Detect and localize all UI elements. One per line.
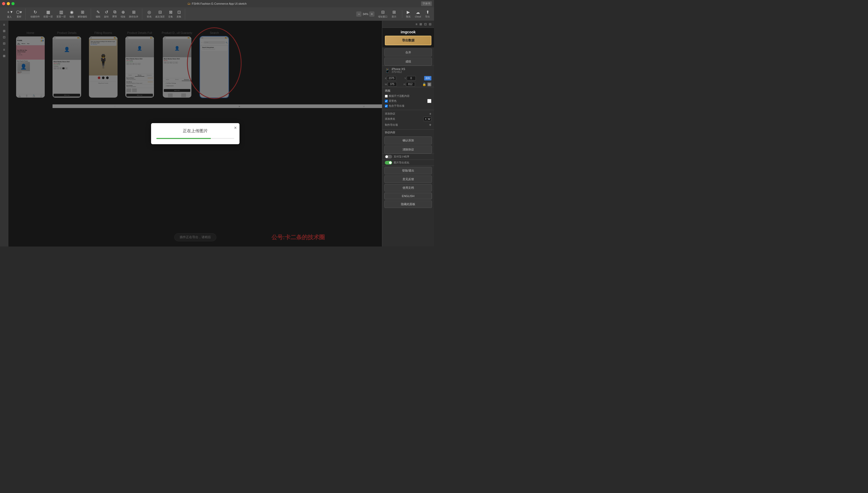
preview-icon: ▶: [407, 9, 410, 15]
left-tool-1[interactable]: ≡: [1, 22, 7, 27]
subtract-tool[interactable]: ⊟ 减去顶层: [154, 8, 166, 20]
group-btn[interactable]: 成组: [384, 58, 432, 66]
left-tool-2[interactable]: ⊞: [1, 28, 7, 34]
protocol-section: 添加协议 + 添加类名 ▾ 制作导出项 +: [382, 110, 434, 129]
image-export-toggle[interactable]: [385, 161, 392, 165]
panel-icon-4[interactable]: ⊟: [428, 22, 432, 26]
edit-icon: ✎: [96, 9, 100, 15]
forward-tool[interactable]: ▦ 前置一层: [42, 8, 54, 20]
left-toolbar: ≡ ⊞ ⊡ ⊟ ≡ ⊠: [0, 21, 8, 246]
alipay-toggle-row: 支付宝小程序: [382, 154, 434, 159]
export-tool[interactable]: ⬆ 导出: [424, 8, 431, 20]
dialog-title: 正在上传图片: [156, 128, 234, 134]
group-tool[interactable]: ◉ 编组: [68, 8, 76, 20]
x-value[interactable]: 2375: [387, 76, 396, 81]
include-export-label: 包含于导出项: [389, 104, 404, 108]
insert-tool[interactable]: ＋▾ 置入: [5, 8, 14, 20]
fit-window-icon: ⊟: [381, 9, 385, 15]
rotate-icon: ↺: [105, 9, 108, 15]
title-bar: 🗂 FSHN Fashion E-Commerce App UI.sketch …: [0, 0, 434, 7]
dialog-close-btn[interactable]: ×: [234, 125, 237, 131]
coord-row: X 2375 Y 0 适应: [382, 75, 434, 82]
progress-bar: [156, 138, 211, 139]
focus-tool[interactable]: ◎ 联焦: [145, 8, 153, 20]
h-value[interactable]: 812: [406, 82, 415, 86]
right-panel: ≡ ⊞ ⊡ ⊟ imgcook 导出数据 合并 成组 📱 iPhone XS 3…: [382, 21, 434, 246]
difference-tool[interactable]: ⊡ 差集: [175, 8, 183, 20]
w-value[interactable]: 375: [388, 82, 397, 86]
add-protocol-btn[interactable]: +: [429, 112, 431, 116]
canvas-area[interactable]: Home 9:41📶🔋 FSHN 🔔👤 Man Women Kids: [8, 21, 382, 246]
component-icon: ↻: [33, 9, 37, 15]
confirm-add-btn[interactable]: 确认添加: [384, 136, 432, 145]
alipay-toggle[interactable]: [385, 155, 392, 158]
hide-panel-btn[interactable]: 隐藏此面板: [384, 200, 432, 208]
device-size: 375×812: [392, 70, 405, 73]
zoom-tool[interactable]: ⊕ 缩放: [119, 8, 127, 20]
cloud-tool[interactable]: ☁ Cloud: [413, 9, 422, 19]
display-icon: ⊞: [392, 9, 396, 15]
path-combine-tool[interactable]: ⊞ 路径合并: [128, 8, 140, 20]
create-component-tool[interactable]: ↻ 创建控件: [29, 8, 41, 20]
display-tool[interactable]: ⊞ 显示: [390, 8, 398, 20]
zoom-decrease-btn[interactable]: −: [356, 12, 362, 17]
mask-tool[interactable]: ⧉ 蒙版: [111, 8, 119, 19]
main-layout: ≡ ⊞ ⊡ ⊟ ≡ ⊠ Home 9:41📶🔋 FSHN 🔔👤 Man Wo: [0, 21, 434, 246]
left-tool-4[interactable]: ⊟: [1, 41, 7, 46]
bg-color-checkbox[interactable]: [385, 100, 388, 103]
size-expand-btn[interactable]: ⊞: [427, 82, 431, 86]
category-select[interactable]: ▾: [423, 117, 431, 121]
adapt-content-label: 根据尺寸适配内容: [389, 94, 410, 98]
bg-color-swatch[interactable]: [427, 99, 431, 103]
assets-tool[interactable]: ⬡▾ 素材: [15, 8, 23, 20]
subtract-icon: ⊟: [158, 9, 162, 15]
add-category-label: 添加类名: [385, 117, 422, 121]
mask-icon: ⧉: [113, 9, 116, 14]
image-export-toggle-row: 图片导出优化: [382, 159, 434, 166]
preview-tool[interactable]: ▶ 预览: [404, 8, 412, 20]
maximize-button[interactable]: [12, 2, 15, 5]
edit-group: ✎ 编辑 ↺ 旋转 ⧉ 蒙版 ⊕ 缩放 ⊞ 路径合并: [92, 8, 142, 20]
login-logout-btn[interactable]: 登陆/退出: [384, 167, 432, 174]
intersect-tool[interactable]: ⊠ 交集: [167, 8, 175, 20]
ungroup-tool[interactable]: ⊞ 解除编组: [76, 8, 89, 20]
export-data-btn[interactable]: 导出数据: [385, 36, 431, 45]
english-btn[interactable]: ENGLISH: [384, 193, 432, 199]
upload-dialog: × 正在上传图片: [151, 123, 239, 144]
font-button[interactable]: 字体书: [421, 1, 432, 6]
backward-tool[interactable]: ▥ 置置一层: [55, 8, 67, 20]
merge-btn[interactable]: 合并: [384, 48, 432, 57]
focus-icon: ◎: [147, 9, 151, 15]
export-icon: ⬆: [426, 9, 429, 15]
align-group: ◎ 联焦 ⊟ 减去顶层 ⊠ 交集 ⊡ 差集: [143, 8, 185, 20]
make-export-btn[interactable]: +: [429, 123, 431, 127]
left-tool-3[interactable]: ⊡: [1, 34, 7, 40]
window-title: 🗂 FSHN Fashion E-Commerce App UI.sketch: [187, 2, 247, 5]
imgcook-logo: imgcook: [385, 30, 431, 34]
edit-tool[interactable]: ✎ 编辑: [94, 8, 102, 20]
feedback-btn[interactable]: 意见反馈: [384, 175, 432, 183]
panel-icon-2[interactable]: ⊞: [419, 22, 422, 26]
left-tool-6[interactable]: ⊠: [1, 53, 7, 59]
assets-icon: ⬡▾: [16, 9, 22, 15]
clear-protocol-btn[interactable]: 清除协议: [384, 146, 432, 154]
dialog-overlay[interactable]: × 正在上传图片: [8, 21, 382, 246]
left-tool-5[interactable]: ≡: [1, 47, 7, 52]
y-value[interactable]: 0: [407, 76, 416, 81]
adapt-content-checkbox[interactable]: [385, 95, 388, 98]
adapt-btn[interactable]: 适应: [424, 76, 431, 81]
rotate-tool[interactable]: ↺ 旋转: [102, 8, 110, 20]
minimize-button[interactable]: [7, 2, 10, 5]
docs-btn[interactable]: 使用文档: [384, 184, 432, 192]
difference-icon: ⊡: [177, 9, 181, 15]
panel-icons-row: ≡ ⊞ ⊡ ⊟: [382, 21, 434, 28]
zoom-increase-btn[interactable]: ＋: [369, 12, 374, 17]
path-combine-icon: ⊞: [132, 9, 136, 15]
x-label: X: [385, 77, 386, 80]
close-button[interactable]: [2, 2, 5, 5]
fit-window-tool[interactable]: ⊟ 缩短窗口: [376, 8, 389, 20]
panel-icon-3[interactable]: ⊡: [424, 22, 427, 26]
include-export-checkbox[interactable]: [385, 105, 388, 107]
progress-bar-container: [156, 138, 234, 139]
panel-icon-1[interactable]: ≡: [415, 22, 418, 26]
